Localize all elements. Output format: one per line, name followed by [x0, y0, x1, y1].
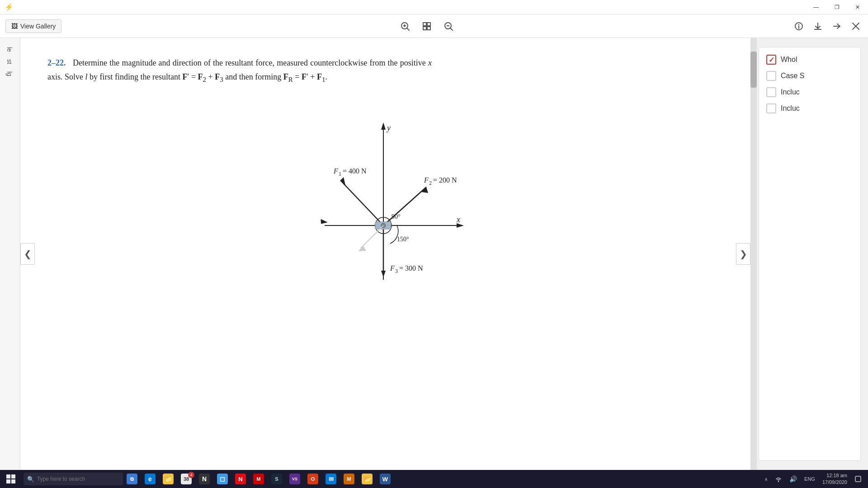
- checkbox-incluc2[interactable]: Incluc: [766, 103, 853, 113]
- taskbar-app-visualstudio[interactable]: VS: [286, 470, 304, 488]
- view-mode-button[interactable]: [420, 19, 434, 33]
- svg-text:3: 3: [395, 268, 398, 274]
- zoom-out-button[interactable]: [441, 19, 456, 33]
- content-page: 2–22. Determine the magnitude and direct…: [20, 38, 750, 470]
- sidebar-text-lg: lg: [0, 68, 20, 80]
- checkbox-whole-label: Whol: [781, 56, 797, 64]
- svg-rect-49: [6, 474, 10, 479]
- volume-icon[interactable]: 🔊: [787, 470, 800, 488]
- mcafee2-icon: M: [344, 474, 354, 484]
- taskbar-app-store[interactable]: 38 4: [177, 470, 195, 488]
- checkbox-incluc1[interactable]: Incluc: [766, 87, 853, 97]
- clock[interactable]: 12:18 am 17/09/2020: [820, 470, 850, 488]
- right-panel: ✓ Whol Case S Incluc Incluc: [750, 38, 868, 470]
- task-view-icon: ⧉: [127, 474, 137, 484]
- titlebar: ⚡ — ❐ ✕: [0, 0, 868, 14]
- toolbar-close-icon: [852, 22, 860, 30]
- taskbar-app-office[interactable]: O: [304, 470, 322, 488]
- taskbar-app-file-explorer[interactable]: 📁: [159, 470, 177, 488]
- taskbar-start-button[interactable]: [0, 470, 22, 488]
- svg-text:90°: 90°: [392, 213, 401, 220]
- taskbar-app-steam[interactable]: S: [268, 470, 286, 488]
- svg-text:= 400 N: = 400 N: [343, 167, 367, 175]
- taskbar-app-dropbox[interactable]: ◻: [213, 470, 231, 488]
- download-button[interactable]: [811, 19, 825, 33]
- svg-text:1: 1: [339, 171, 341, 177]
- toolbar-right: [792, 19, 863, 33]
- svg-text:F: F: [333, 167, 338, 175]
- left-sidebar: le st lg: [0, 38, 20, 470]
- scrollbar-track[interactable]: [750, 38, 757, 470]
- zoom-out-icon: [444, 22, 453, 31]
- taskbar-search-input[interactable]: [37, 476, 114, 482]
- taskbar-app-files[interactable]: 📂: [358, 470, 376, 488]
- taskbar-app-edge[interactable]: e: [141, 470, 159, 488]
- view-gallery-button[interactable]: 🖼 View Gallery: [5, 19, 61, 33]
- language-button[interactable]: ENG: [802, 470, 818, 488]
- checkbox-incluc2-box[interactable]: [766, 103, 776, 113]
- svg-text:150°: 150°: [397, 236, 409, 243]
- app-icon: ⚡: [5, 3, 14, 11]
- maximize-button[interactable]: ❐: [826, 0, 847, 14]
- edge-icon: e: [145, 474, 156, 484]
- problem-number: 2–22.: [47, 58, 66, 67]
- download-icon: [813, 22, 822, 31]
- svg-rect-53: [855, 476, 861, 482]
- nav-right-arrow[interactable]: ❯: [736, 243, 750, 265]
- store-badge: 4: [188, 472, 194, 478]
- right-panel-inner: ✓ Whol Case S Incluc Incluc: [759, 47, 861, 461]
- checkbox-case-label: Case S: [781, 72, 804, 80]
- svg-text:y: y: [386, 123, 391, 132]
- forward-button[interactable]: [830, 19, 844, 33]
- taskbar-system-tray: ∧ 🔊 ENG 12:18 am 17/09/2020: [762, 470, 868, 488]
- close-button[interactable]: ✕: [847, 0, 868, 14]
- forward-icon: [832, 22, 841, 31]
- info-button[interactable]: [792, 19, 806, 33]
- taskbar-app-word[interactable]: W: [376, 470, 394, 488]
- taskbar-app-note[interactable]: N: [195, 470, 213, 488]
- checkbox-incluc1-box[interactable]: [766, 87, 776, 97]
- notification-icon: [854, 475, 862, 483]
- dropbox-icon: ◻: [217, 474, 228, 484]
- taskbar-app-mail[interactable]: ✉: [322, 470, 340, 488]
- windows-icon: [6, 474, 16, 484]
- taskbar-app-mcafee[interactable]: M: [250, 470, 268, 488]
- scrollbar-thumb[interactable]: [750, 52, 757, 88]
- toolbar-close-button[interactable]: [849, 19, 863, 33]
- zoom-in-icon: [401, 22, 410, 31]
- svg-line-47: [361, 225, 383, 248]
- titlebar-controls: — ❐ ✕: [806, 0, 868, 14]
- checkbox-case[interactable]: Case S: [766, 71, 853, 81]
- svg-text:= 200 N: = 200 N: [433, 176, 457, 184]
- diagram-area: y x F 1 = 400 N: [47, 103, 728, 293]
- taskbar-app-mcafee2[interactable]: M: [340, 470, 358, 488]
- checkbox-whole[interactable]: ✓ Whol: [766, 55, 853, 65]
- taskbar-search-icon: 🔍: [27, 476, 34, 483]
- minimize-button[interactable]: —: [806, 0, 826, 14]
- force-diagram: y x F 1 = 400 N: [293, 103, 483, 293]
- notifications-button[interactable]: [852, 470, 864, 488]
- file-explorer-icon: 📁: [163, 474, 174, 484]
- main-area: le st lg ❮ 2–22. Determine the magnitude…: [0, 38, 868, 470]
- language-label: ENG: [804, 476, 815, 482]
- time-display: 12:18 am 17/09/2020: [822, 472, 847, 486]
- checkbox-whole-box[interactable]: ✓: [766, 55, 776, 65]
- svg-rect-51: [6, 479, 10, 483]
- problem-text: 2–22. Determine the magnitude and direct…: [47, 56, 432, 85]
- svg-rect-52: [11, 479, 15, 483]
- visualstudio-icon: VS: [289, 474, 300, 484]
- nav-left-arrow[interactable]: ❮: [20, 243, 35, 265]
- svg-line-1: [407, 28, 410, 30]
- svg-text:F: F: [390, 264, 395, 272]
- taskbar: 🔍 ⧉ e 📁 38 4 N ◻ N M S VS O: [0, 470, 868, 488]
- svg-marker-20: [381, 122, 386, 130]
- svg-rect-6: [423, 27, 426, 30]
- show-hidden-button[interactable]: ∧: [762, 470, 770, 488]
- steam-icon: S: [271, 474, 282, 484]
- zoom-in-button[interactable]: [398, 19, 412, 33]
- checkbox-case-box[interactable]: [766, 71, 776, 81]
- toolbar-center: [65, 19, 788, 33]
- taskbar-app-task-view[interactable]: ⧉: [123, 470, 141, 488]
- taskbar-search-bar[interactable]: 🔍: [24, 473, 123, 485]
- taskbar-app-netflix[interactable]: N: [231, 470, 250, 488]
